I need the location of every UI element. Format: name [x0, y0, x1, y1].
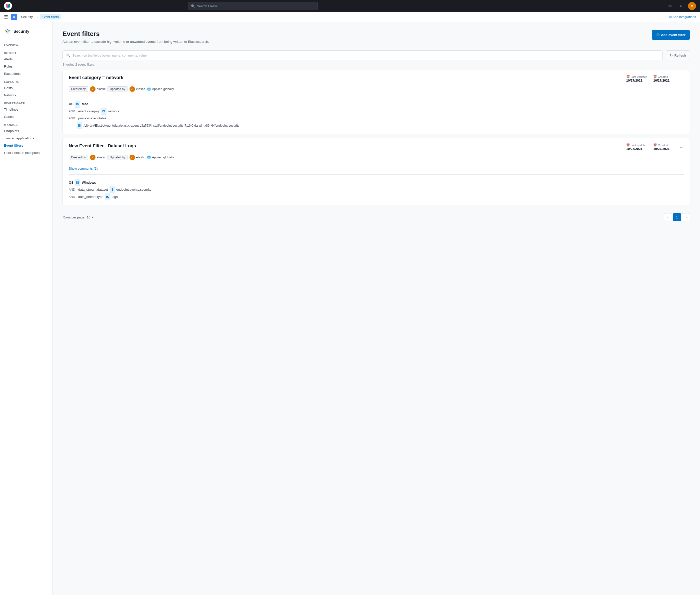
- filter-1-user-name: elastic: [97, 87, 105, 91]
- filter-2-user-name: elastic: [97, 155, 105, 159]
- pagination-controls: ‹ 1 ›: [664, 213, 690, 221]
- filter-1-created: 📅 Created 10/27/2021: [653, 75, 670, 82]
- main-content: Event filters Add an event filter to exc…: [53, 22, 700, 595]
- content-header: Event filters Add an event filter to exc…: [62, 30, 690, 44]
- page-subtitle: Add an event filter to exclude high volu…: [62, 39, 209, 44]
- filter-1-updated-user-name: elastic: [136, 87, 145, 91]
- condition-line-4: IS /Library/Elastic/Agent/data/elastic-a…: [69, 122, 684, 130]
- sidebar-item-alerts[interactable]: Alerts: [0, 56, 52, 63]
- sidebar-item-host-isolation[interactable]: Host isolation exceptions: [0, 149, 52, 157]
- search-field-placeholder: Search on the fields below: name, commen…: [72, 54, 147, 57]
- sidebar-item-hosts[interactable]: Hosts: [0, 84, 52, 91]
- filter-1-tags: Created by e elastic Updated by e elasti…: [63, 86, 690, 96]
- sidebar-section-investigate: Investigate: [0, 99, 52, 106]
- user-avatar-nav[interactable]: O: [688, 2, 696, 10]
- filter-2-created: 📅 Created 10/27/2021: [653, 143, 670, 151]
- search-field[interactable]: 🔍 Search on the fields below: name, comm…: [62, 50, 663, 60]
- svg-point-4: [8, 4, 10, 7]
- chevron-down-icon: ▾: [92, 216, 94, 219]
- sidebar-item-timelines[interactable]: Timelines: [0, 106, 52, 113]
- svg-point-3: [6, 4, 8, 7]
- add-event-filter-button[interactable]: ⊕ Add event filter: [652, 30, 690, 40]
- main-layout: Security Overview Detect Alerts Rules Ex…: [0, 22, 700, 595]
- sidebar: Security Overview Detect Alerts Rules Ex…: [0, 22, 53, 595]
- filter-2-tags: Created by e elastic Updated by e elasti…: [63, 154, 690, 164]
- add-integrations-button[interactable]: ⧉ Add integrations: [669, 15, 696, 19]
- sidebar-section-manage: Manage: [0, 120, 52, 128]
- filter-2-updated-user-avatar: e: [129, 154, 135, 160]
- sidebar-item-rules[interactable]: Rules: [0, 63, 52, 70]
- sidebar-item-overview[interactable]: Overview: [0, 41, 52, 49]
- filter-2-options-button[interactable]: ···: [679, 144, 684, 150]
- showing-count: Showing 2 event filters: [62, 63, 690, 66]
- sidebar-item-event-filters[interactable]: Event filters: [0, 142, 52, 149]
- filter-1-options-button[interactable]: ···: [679, 76, 684, 82]
- filter-2-updated-user: e elastic: [129, 154, 145, 160]
- filter-card-1: Event category = network 📅 Last updated …: [62, 70, 690, 134]
- filter-1-conditions: OS IS Mac AND event.category IS network …: [63, 96, 690, 134]
- nav-icons: ⚙ ✦ O: [666, 2, 696, 10]
- filter-1-updated-by-tag: Updated by: [108, 86, 127, 92]
- filter-card-1-header: Event category = network 📅 Last updated …: [63, 70, 690, 86]
- condition-line-1: OS IS Mac: [69, 101, 684, 108]
- plus-icon: ⊕: [656, 32, 660, 37]
- condition-line-3: AND process.executable: [69, 115, 684, 122]
- filter-card-2: New Event Filter - Dataset Logs 📅 Last u…: [62, 138, 690, 205]
- filter-1-updated-user: e elastic: [129, 86, 145, 92]
- condition-line-6: AND data_stream.dataset IS endpoint.even…: [69, 186, 684, 193]
- calendar-icon-2: 📅: [653, 75, 657, 79]
- prev-page-button[interactable]: ‹: [664, 213, 672, 221]
- filter-2-user-avatar: e: [90, 154, 95, 160]
- app-initial-badge: D: [11, 14, 17, 20]
- sidebar-header: Security: [0, 26, 52, 39]
- global-search-bar[interactable]: 🔍 Search Elastic: [188, 2, 318, 10]
- elastic-logo[interactable]: [4, 2, 12, 10]
- sidebar-section-detect: Detect: [0, 49, 52, 56]
- condition-line-2: AND event.category IS network: [69, 108, 684, 115]
- sidebar-item-cases[interactable]: Cases: [0, 113, 52, 120]
- settings-icon[interactable]: ⚙: [666, 2, 674, 10]
- security-icon: [4, 28, 11, 35]
- svg-point-8: [7, 29, 8, 30]
- filter-card-2-header: New Event Filter - Dataset Logs 📅 Last u…: [63, 138, 690, 154]
- sidebar-item-endpoints[interactable]: Endpoints: [0, 128, 52, 135]
- refresh-icon: ↻: [670, 54, 673, 57]
- next-page-button[interactable]: ›: [682, 213, 690, 221]
- sidebar-item-trusted-apps[interactable]: Trusted applications: [0, 135, 52, 142]
- integrations-icon: ⧉: [669, 15, 671, 19]
- breadcrumb-bar: ☰ D Security › Event filters ⧉ Add integ…: [0, 12, 700, 22]
- sidebar-section-explore: Explore: [0, 77, 52, 84]
- filter-1-meta: 📅 Last updated 10/27/2021 📅 Created 10/2…: [626, 75, 684, 82]
- filter-1-created-value: 10/27/2021: [653, 79, 670, 82]
- filter-2-created-user: e elastic: [90, 154, 105, 160]
- filter-1-applied-globally: 🌐 Applied globally: [147, 87, 174, 91]
- calendar-icon-1: 📅: [626, 75, 630, 79]
- search-row: 🔍 Search on the fields below: name, comm…: [62, 50, 690, 60]
- filter-2-created-value: 10/27/2021: [653, 147, 670, 151]
- page-title: Event filters: [62, 30, 209, 38]
- help-icon[interactable]: ✦: [677, 2, 685, 10]
- filter-2-conditions: OS IS Windows AND data_stream.dataset IS…: [63, 175, 690, 205]
- rows-per-page-control[interactable]: Rows per page: 10 ▾: [62, 216, 94, 219]
- breadcrumb-security[interactable]: Security: [19, 14, 35, 20]
- hamburger-menu[interactable]: ☰: [4, 14, 8, 20]
- calendar-icon-4: 📅: [653, 143, 657, 147]
- filter-1-user-avatar: e: [90, 86, 95, 92]
- filter-2-last-updated-value: 10/27/2021: [626, 147, 642, 151]
- svg-point-7: [8, 30, 10, 31]
- condition-line-7: AND data_stream.type IS logs: [69, 193, 684, 201]
- sidebar-item-exceptions[interactable]: Exceptions: [0, 70, 52, 77]
- breadcrumb-separator: ›: [37, 15, 38, 19]
- globe-icon-1: 🌐: [147, 87, 151, 91]
- svg-point-6: [5, 30, 6, 31]
- page-1-button[interactable]: 1: [673, 213, 681, 221]
- search-icon: 🔍: [191, 4, 195, 8]
- filter-2-applied-globally: 🌐 Applied globally: [147, 155, 174, 159]
- filter-1-created-user: e elastic: [90, 86, 105, 92]
- refresh-button[interactable]: ↻ Refresh: [666, 50, 690, 60]
- breadcrumb-event-filters[interactable]: Event filters: [40, 14, 61, 20]
- show-comments-button[interactable]: Show comments (1): [63, 164, 690, 174]
- sidebar-item-network[interactable]: Network: [0, 91, 52, 99]
- filter-2-last-updated: 📅 Last updated 10/27/2021: [626, 143, 647, 151]
- globe-icon-2: 🌐: [147, 155, 151, 159]
